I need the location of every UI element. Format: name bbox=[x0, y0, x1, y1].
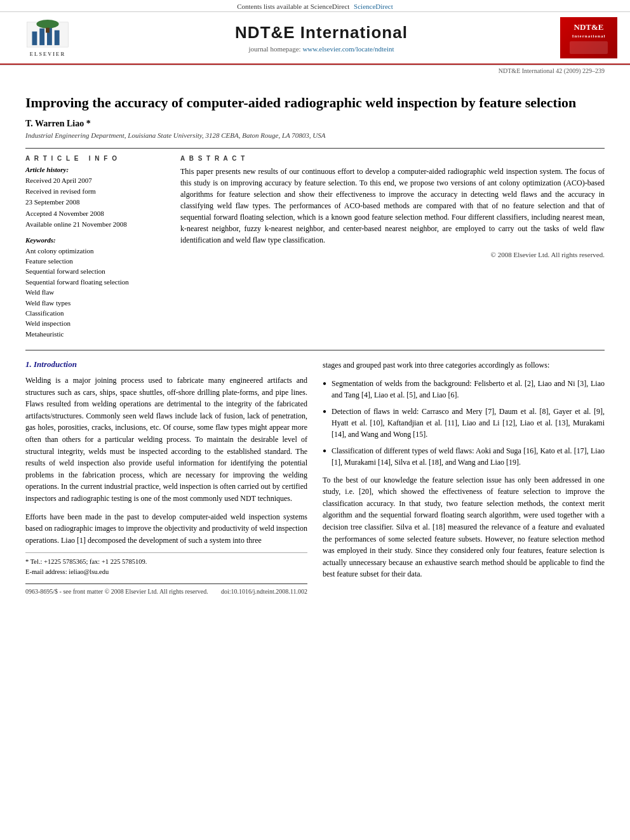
journal-homepage: journal homepage: www.elsevier.com/locat… bbox=[83, 45, 560, 53]
ndte-logo-subtitle: International bbox=[572, 34, 606, 39]
elsevier-logo: ELSEVIER bbox=[13, 19, 83, 57]
copyright-note: © 2008 Elsevier Ltd. All rights reserved… bbox=[180, 251, 605, 258]
svg-rect-1 bbox=[32, 31, 37, 45]
homepage-link[interactable]: www.elsevier.com/locate/ndteint bbox=[302, 45, 394, 53]
author-affiliation: Industrial Engineering Department, Louis… bbox=[25, 131, 605, 139]
history-entry-4: Accepted 4 November 2008 bbox=[25, 209, 165, 218]
keyword-5: Weld flaw bbox=[25, 288, 165, 297]
bullet-item-1: Segmentation of welds from the backgroun… bbox=[323, 378, 605, 401]
bottom-left-text: 0963-8695/$ - see front matter © 2008 El… bbox=[25, 588, 208, 595]
body-left-col: 1. Introduction Welding is a major joini… bbox=[25, 359, 307, 595]
ndte-logo-graphic bbox=[570, 41, 608, 54]
bullet-list: Segmentation of welds from the backgroun… bbox=[323, 378, 605, 468]
svg-rect-4 bbox=[55, 30, 60, 45]
section1-para1: Welding is a major joining process used … bbox=[25, 375, 307, 505]
keyword-4: Sequential forward floating selection bbox=[25, 277, 165, 287]
keyword-1: Ant colony optimization bbox=[25, 246, 165, 256]
bottom-right-text: doi:10.1016/j.ndteint.2008.11.002 bbox=[221, 588, 307, 595]
article-title: Improving the accuracy of computer-aided… bbox=[25, 88, 605, 112]
doi-text: NDT&E International 42 (2009) 229–239 bbox=[499, 67, 605, 74]
article-info-col: A R T I C L E I N F O Article history: R… bbox=[25, 155, 165, 340]
journal-branding: ELSEVIER NDT&E International journal hom… bbox=[0, 12, 630, 63]
footnote-email: E-mail address: ieliao@lsu.edu bbox=[25, 567, 307, 577]
section1-continuation: stages and grouped past work into three … bbox=[323, 359, 605, 371]
sciencedirect-link[interactable]: ScienceDirect bbox=[354, 3, 393, 10]
keyword-6: Weld flaw types bbox=[25, 298, 165, 308]
history-entry-3: 23 September 2008 bbox=[25, 197, 165, 207]
journal-title-center: NDT&E International journal homepage: ww… bbox=[83, 23, 560, 53]
article-history-label: Article history: bbox=[25, 166, 165, 173]
section1-right-para2: To the best of our knowledge the feature… bbox=[323, 474, 605, 580]
keyword-2: Feature selection bbox=[25, 257, 165, 266]
keyword-8: Weld inspection bbox=[25, 319, 165, 328]
contents-line: Contents lists available at ScienceDirec… bbox=[237, 3, 349, 10]
ndte-logo-box: NDT&E International bbox=[560, 17, 617, 58]
body-right-col: stages and grouped past work into three … bbox=[323, 359, 605, 595]
bullet-item-2: Detection of flaws in weld: Carrasco and… bbox=[323, 406, 605, 440]
elsevier-brand-text: ELSEVIER bbox=[30, 51, 65, 57]
keywords-label: Keywords: bbox=[25, 236, 165, 244]
article-content: Improving the accuracy of computer-aided… bbox=[0, 76, 630, 608]
history-entry-2: Received in revised form bbox=[25, 187, 165, 196]
section1-heading: Introduction bbox=[34, 359, 77, 369]
body-divider bbox=[25, 350, 605, 350]
doi-bar: NDT&E International 42 (2009) 229–239 bbox=[0, 65, 630, 76]
svg-rect-6 bbox=[46, 27, 50, 32]
footnote-section: * Tel.: +1225 5785365; fax: +1 225 57851… bbox=[25, 552, 307, 577]
author-name: T. Warren Liao * bbox=[25, 119, 605, 129]
abstract-label: A B S T R A C T bbox=[180, 155, 605, 162]
section1-number: 1. bbox=[25, 359, 34, 369]
bullet-item-3: Classification of different types of wel… bbox=[323, 445, 605, 468]
footnote-tel: * Tel.: +1225 5785365; fax: +1 225 57851… bbox=[25, 557, 307, 567]
history-entry-1: Received 20 April 2007 bbox=[25, 176, 165, 185]
svg-rect-2 bbox=[39, 28, 44, 44]
article-meta-row: A R T I C L E I N F O Article history: R… bbox=[25, 148, 605, 340]
history-entry-5: Available online 21 November 2008 bbox=[25, 220, 165, 229]
bottom-bar: 0963-8695/$ - see front matter © 2008 El… bbox=[25, 583, 307, 595]
section1-para2: Efforts have been made in the past to de… bbox=[25, 511, 307, 547]
svg-point-5 bbox=[36, 19, 58, 28]
keyword-3: Sequential forward selection bbox=[25, 267, 165, 276]
ndte-logo-title: NDT&E bbox=[574, 22, 604, 32]
journal-header: Contents lists available at ScienceDirec… bbox=[0, 0, 630, 65]
journal-title: NDT&E International bbox=[83, 23, 560, 43]
keyword-9: Metaheuristic bbox=[25, 330, 165, 339]
keyword-7: Classification bbox=[25, 309, 165, 318]
abstract-col: A B S T R A C T This paper presents new … bbox=[180, 155, 605, 340]
section1-title: 1. Introduction bbox=[25, 359, 307, 370]
abstract-text: This paper presents new results of our c… bbox=[180, 166, 605, 246]
body-two-col: 1. Introduction Welding is a major joini… bbox=[25, 359, 605, 595]
article-info-label: A R T I C L E I N F O bbox=[25, 155, 165, 162]
journal-top-bar: Contents lists available at ScienceDirec… bbox=[0, 0, 630, 12]
